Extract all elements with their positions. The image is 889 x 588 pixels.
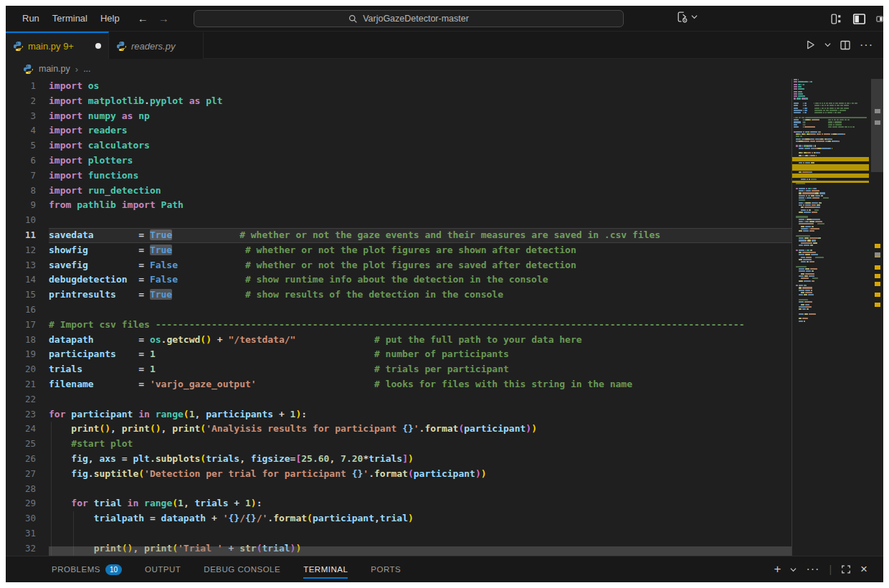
minimap-line — [798, 95, 806, 97]
terminal-dropdown-chevron-icon[interactable] — [790, 566, 797, 573]
code-line: 28 — [6, 482, 791, 497]
minimap-line — [829, 119, 831, 120]
minimap-line — [840, 105, 843, 106]
menu-run[interactable]: Run — [16, 10, 46, 27]
more-actions-icon[interactable]: ··· — [860, 39, 873, 52]
minimap-line — [817, 204, 820, 206]
minimap-line — [814, 138, 814, 140]
command-center-search[interactable]: VarjoGazeDetector-master — [194, 10, 624, 27]
overview-modified-mark — [875, 303, 880, 307]
minimap-line — [804, 105, 807, 106]
code-text: showfig = True # whether or not the plot… — [49, 243, 576, 258]
minimap-line — [824, 103, 826, 104]
minimap-line — [809, 145, 812, 146]
minimap-line — [807, 240, 811, 241]
minimap-line — [799, 318, 802, 319]
minimap-line — [827, 112, 832, 113]
breadcrumb-file[interactable]: main.py — [39, 64, 70, 74]
panel-tab-output[interactable]: OUTPUT — [145, 556, 181, 582]
maximize-panel-icon[interactable] — [841, 564, 851, 574]
minimap-line — [809, 275, 814, 277]
code-area[interactable]: 1import os2import matplotlib.pyplot as p… — [6, 79, 791, 556]
menu-terminal[interactable]: Terminal — [46, 10, 94, 27]
minimap-line — [799, 145, 802, 146]
minimap-line — [803, 105, 804, 106]
minimap-line — [808, 188, 811, 189]
panel-tab-problems[interactable]: PROBLEMS10 — [52, 556, 122, 582]
forward-arrow-icon[interactable]: → — [158, 12, 169, 24]
breadcrumb[interactable]: main.py › ... — [6, 59, 883, 79]
line-number: 15 — [6, 288, 36, 303]
minimap-line — [802, 117, 804, 118]
minimap-line — [801, 292, 805, 293]
toggle-secondary-sidebar-icon[interactable] — [876, 12, 883, 26]
minimap-line — [806, 270, 811, 272]
panel-divider: | — [829, 564, 832, 575]
toggle-sidebar-icon[interactable] — [852, 12, 866, 26]
minimap-line — [815, 103, 819, 104]
code-line: 31 — [6, 526, 791, 541]
minimap-line — [794, 81, 797, 82]
minimap-line — [804, 112, 807, 113]
panel-tab-bar: PROBLEMS10OUTPUTDEBUG CONSOLETERMINALPOR… — [6, 556, 883, 582]
modified-dot-icon[interactable] — [95, 43, 101, 49]
minimap-line — [799, 155, 802, 156]
horizontal-scrollbar[interactable] — [49, 546, 791, 556]
tab-readers.py[interactable]: readers.py — [109, 32, 204, 59]
minimap[interactable] — [791, 79, 871, 556]
run-dropdown-chevron-icon[interactable] — [824, 42, 831, 48]
run-button[interactable] — [805, 39, 816, 50]
code-text: trialpath = datapath + '{}/{}/'.format(p… — [49, 511, 414, 526]
minimap-line — [817, 133, 821, 135]
line-number: 14 — [6, 272, 36, 288]
code-line: 16 — [6, 303, 791, 318]
scrollbar-thumb[interactable] — [871, 79, 883, 172]
minimap-line — [818, 237, 820, 239]
launch-profile-button[interactable] — [676, 11, 698, 23]
panel-tab-debug-console[interactable]: DEBUG CONSOLE — [204, 556, 280, 582]
minimap-line — [813, 145, 814, 146]
minimap-line — [817, 223, 824, 224]
tab-main.py[interactable]: main.py 9+ — [6, 32, 109, 59]
minimap-line — [804, 190, 806, 191]
minimap-line — [833, 103, 835, 104]
launch-profile-icon — [676, 11, 688, 23]
minimap-line — [816, 155, 817, 156]
minimap-line — [801, 228, 808, 229]
minimap-line — [801, 207, 804, 208]
minimap-line — [801, 278, 809, 279]
minimap-line — [805, 202, 810, 204]
minimap-line — [803, 119, 804, 120]
back-arrow-icon[interactable]: ← — [138, 12, 148, 24]
search-value: VarjoGazeDetector-master — [363, 14, 469, 24]
minimap-line — [810, 141, 812, 142]
line-number: 7 — [6, 169, 36, 184]
minimap-line — [799, 280, 804, 282]
minimap-line — [804, 280, 811, 282]
line-number: 23 — [6, 407, 36, 422]
minimap-line — [809, 171, 812, 173]
customize-layout-icon[interactable] — [830, 13, 842, 25]
minimap-line — [819, 103, 821, 104]
minimap-line — [794, 108, 798, 109]
minimap-line — [798, 93, 803, 95]
minimap-line — [801, 261, 806, 262]
menu-help[interactable]: Help — [94, 10, 126, 27]
minimap-line — [805, 304, 810, 305]
panel-tab-terminal[interactable]: TERMINAL — [303, 556, 348, 582]
close-panel-icon[interactable]: × — [860, 562, 867, 577]
panel-tab-ports[interactable]: PORTS — [371, 556, 401, 582]
minimap-line — [794, 98, 796, 99]
minimap-line — [794, 84, 797, 85]
new-terminal-icon[interactable]: + — [774, 562, 781, 577]
minimap-line — [799, 219, 804, 220]
line-number: 25 — [6, 437, 36, 452]
breadcrumb-more[interactable]: ... — [83, 64, 90, 74]
minimap-line — [812, 219, 820, 220]
minimap-line — [802, 287, 813, 288]
minimap-line — [811, 290, 813, 291]
editor-actions: ··· — [805, 32, 883, 58]
code-text: #start plot — [49, 437, 133, 452]
split-editor-icon[interactable] — [840, 39, 851, 51]
panel-more-actions-icon[interactable]: ··· — [806, 563, 819, 576]
